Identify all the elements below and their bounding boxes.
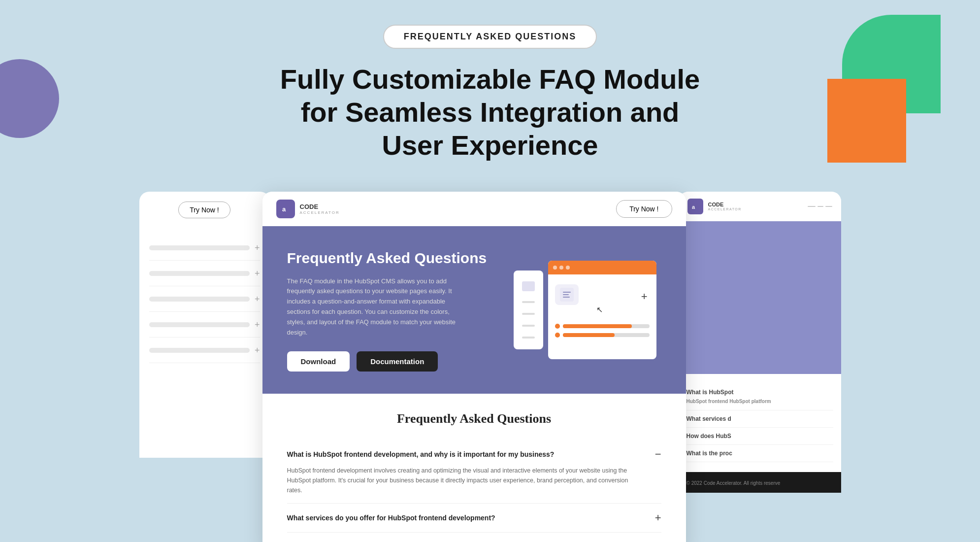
right-card: a CODE ACCELERATOR What is HubSpot HubSp… (679, 192, 841, 493)
cursor-icon: ↖ (596, 305, 603, 314)
illu-top-bar (548, 261, 656, 274)
illu-sidebar-line (522, 337, 535, 339)
illu-sidebar-icon (522, 281, 535, 291)
right-hero-banner (679, 221, 841, 374)
hero-buttons: Download Documentation (287, 351, 514, 372)
hero-title: Frequently Asked Questions (287, 248, 514, 268)
faq-line (149, 348, 250, 353)
illu-progress-dot (555, 333, 560, 338)
plus-icon: + (255, 320, 260, 330)
center-try-now-button[interactable]: Try Now ! (616, 200, 672, 218)
right-faq-question: How does HubS (686, 433, 731, 440)
illu-sidebar-line (522, 325, 535, 327)
logo-icon: a (276, 200, 295, 218)
illu-progress-row (555, 324, 650, 329)
faq-item: What is HubSpot frontend development, an… (287, 440, 661, 504)
list-item: + (149, 243, 260, 261)
illu-progress-bar (563, 324, 650, 328)
list-item: + (149, 345, 260, 363)
right-logo-area: a CODE ACCELERATOR (687, 199, 742, 214)
illu-progress-bar (563, 333, 650, 337)
right-faq-question: What is HubSpot (686, 389, 734, 396)
list-item: What services d (686, 410, 833, 428)
center-card: a CODE ACCELERATOR Try Now ! Frequently … (262, 192, 686, 542)
list-item: + (149, 320, 260, 338)
right-faq-desc: HubSpot frontend HubSpot platform (686, 398, 833, 405)
svg-text:a: a (692, 204, 695, 210)
right-logo-text: CODE ACCELERATOR (708, 202, 742, 211)
right-card-header: a CODE ACCELERATOR (679, 192, 841, 221)
illu-progress-dot (555, 324, 560, 329)
illu-card-icon (555, 284, 579, 305)
list-item: + (149, 294, 260, 312)
hero-text: Frequently Asked Questions The FAQ modul… (287, 248, 514, 372)
faq-answer: HubSpot frontend development involves cr… (287, 466, 643, 495)
right-logo-icon: a (687, 199, 703, 214)
list-item: + (149, 269, 260, 286)
illu-sidebar-line (522, 301, 535, 303)
faq-line (149, 271, 250, 276)
documentation-button[interactable]: Documentation (357, 351, 438, 372)
faq-toggle-icon[interactable]: − (655, 448, 661, 461)
list-item: What is the proc (686, 445, 833, 462)
illu-dot (559, 266, 563, 270)
page-header: FREQUENTLY ASKED QUESTIONS Fully Customi… (0, 0, 980, 177)
faq-question: What is HubSpot frontend development, an… (287, 450, 645, 458)
illu-dot (553, 266, 557, 270)
svg-text:a: a (282, 205, 286, 213)
list-item: What is HubSpot HubSpot frontend HubSpot… (686, 384, 833, 410)
nav-line (817, 206, 823, 207)
illu-sidebar (514, 271, 543, 349)
page-title: Fully Customizable FAQ Module for Seamle… (268, 63, 712, 162)
faq-question-row[interactable]: What is HubSpot frontend development, an… (287, 448, 661, 461)
hero-banner: Frequently Asked Questions The FAQ modul… (262, 226, 686, 394)
svg-rect-4 (563, 294, 569, 295)
logo-text: CODE ACCELERATOR (300, 203, 340, 215)
plus-icon: + (255, 269, 260, 279)
faq-section: Frequently Asked Questions What is HubSp… (262, 394, 686, 542)
illu-plus-icon: + (641, 290, 648, 303)
faq-toggle-icon[interactable]: + (655, 511, 661, 524)
illu-bar-fill (563, 324, 632, 328)
left-faq-list: + + + + + (149, 243, 260, 363)
download-button[interactable]: Download (287, 351, 350, 372)
svg-rect-5 (563, 297, 570, 298)
logo-area: a CODE ACCELERATOR (276, 200, 340, 218)
right-faq-question: What is the proc (686, 450, 732, 457)
right-faq-section: What is HubSpot HubSpot frontend HubSpot… (679, 374, 841, 472)
right-footer: © 2022 Code Accelerator. All rights rese… (679, 472, 841, 493)
hero-description: The FAQ module in the HubSpot CMS allows… (287, 276, 464, 338)
left-try-now-button[interactable]: Try Now ! (178, 202, 230, 218)
hero-illustration: + ↖ (514, 261, 661, 359)
svg-rect-3 (563, 292, 571, 293)
faq-section-title: Frequently Asked Questions (287, 411, 661, 426)
illu-progress-row (555, 333, 650, 338)
plus-icon: + (255, 345, 260, 356)
illu-bar-fill (563, 333, 615, 337)
illu-progress-section (548, 320, 656, 345)
faq-question: What services do you offer for HubSpot f… (287, 514, 645, 522)
cards-container: Try Now ! + + + + + (0, 177, 980, 542)
illu-sidebar-line (522, 313, 535, 315)
footer-text: © 2022 Code Accelerator. All rights rese… (686, 480, 781, 486)
faq-item: What services do you offer for HubSpot f… (287, 504, 661, 533)
faq-line (149, 322, 250, 327)
plus-icon: + (255, 243, 260, 253)
center-card-header: a CODE ACCELERATOR Try Now ! (262, 192, 686, 226)
faq-line (149, 245, 250, 250)
illu-dot (566, 266, 570, 270)
faq-line (149, 297, 250, 302)
faq-badge: FREQUENTLY ASKED QUESTIONS (383, 25, 597, 49)
plus-icon: + (255, 294, 260, 305)
list-item: How does HubS (686, 428, 833, 445)
right-nav-lines (808, 206, 832, 207)
faq-question-row[interactable]: What services do you offer for HubSpot f… (287, 511, 661, 524)
left-card: Try Now ! + + + + + (139, 192, 270, 458)
nav-line (808, 206, 816, 207)
right-faq-question: What services d (686, 415, 731, 422)
nav-line (825, 206, 832, 207)
